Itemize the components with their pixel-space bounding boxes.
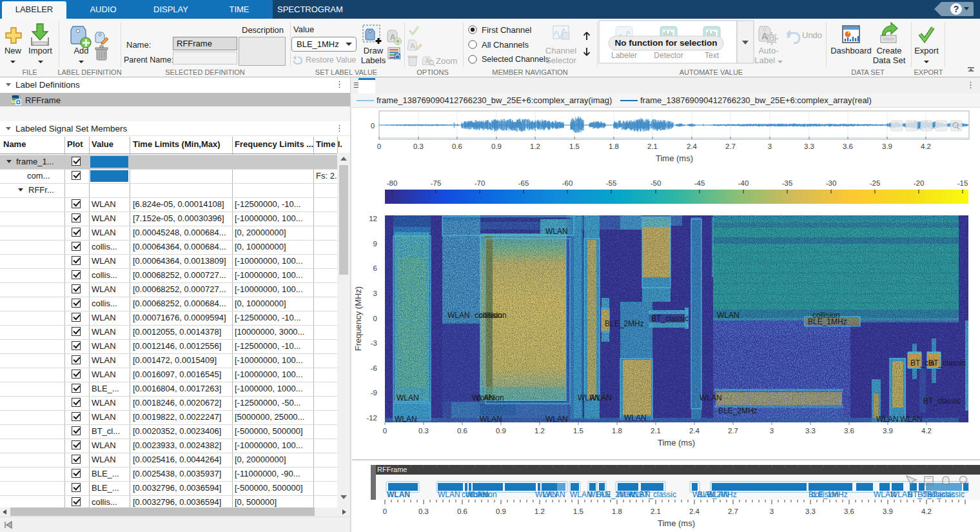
svg-text:2.4: 2.4 (689, 507, 700, 515)
svg-text:0.9: 0.9 (491, 143, 502, 150)
svg-text:2.7: 2.7 (728, 507, 738, 515)
svg-text:6: 6 (373, 264, 377, 272)
svg-text:0.3: 0.3 (413, 143, 424, 150)
svg-text:3.6: 3.6 (844, 507, 854, 515)
svg-text:1.8: 1.8 (612, 427, 622, 435)
svg-text:-6: -6 (371, 364, 377, 372)
svg-text:2.4: 2.4 (689, 427, 700, 435)
svg-text:0.9: 0.9 (496, 507, 506, 515)
svg-text:2.7: 2.7 (725, 143, 736, 150)
svg-text:0: 0 (377, 143, 381, 150)
svg-text:4.2: 4.2 (921, 507, 932, 515)
svg-text:collision: collision (476, 393, 504, 402)
svg-text:1.5: 1.5 (573, 427, 583, 435)
svg-text:WLAN: WLAN (387, 490, 410, 499)
svg-text:collision: collision (469, 490, 497, 499)
svg-text:-9: -9 (371, 389, 377, 397)
svg-text:-35: -35 (782, 179, 793, 187)
svg-text:1.8: 1.8 (612, 507, 622, 515)
svg-text:3.9: 3.9 (882, 143, 892, 150)
svg-text:0.6: 0.6 (457, 427, 467, 435)
svg-text:Time (ms): Time (ms) (658, 518, 695, 528)
svg-text:3.6: 3.6 (844, 427, 854, 435)
svg-text:1.5: 1.5 (569, 143, 580, 150)
svg-text:1.2: 1.2 (534, 507, 545, 515)
svg-text:9: 9 (373, 240, 377, 248)
svg-text:BLE_2MHz: BLE_2MHz (718, 406, 758, 415)
svg-text:BT_classic: BT_classic (651, 314, 689, 323)
svg-text:collision: collision (811, 490, 839, 499)
svg-text:0.9: 0.9 (496, 427, 506, 435)
svg-text:3.6: 3.6 (843, 143, 853, 150)
svg-text:BLE_2MHz: BLE_2MHz (605, 319, 644, 328)
svg-text:-45: -45 (694, 179, 705, 187)
svg-text:WLAN: WLAN (545, 227, 568, 236)
svg-text:3.3: 3.3 (805, 427, 816, 435)
svg-text:WLAN: WLAN (447, 311, 470, 320)
svg-text:-3: -3 (371, 339, 377, 347)
svg-text:2.4: 2.4 (687, 143, 698, 150)
svg-text:collision: collision (479, 311, 507, 320)
svg-text:BLE_1MHz: BLE_1MHz (808, 317, 847, 326)
svg-text:3.3: 3.3 (804, 143, 814, 150)
svg-text:WLAN: WLAN (700, 393, 722, 402)
svg-text:WLAN: WLAN (397, 393, 419, 402)
svg-text:Frequency (MHz): Frequency (MHz) (353, 286, 363, 351)
svg-text:-80: -80 (387, 179, 398, 187)
svg-text:0.3: 0.3 (418, 427, 429, 435)
svg-text:1.2: 1.2 (534, 427, 545, 435)
svg-text:-65: -65 (518, 179, 529, 187)
svg-text:1.5: 1.5 (573, 507, 583, 515)
svg-text:-75: -75 (431, 179, 442, 187)
svg-text:-30: -30 (826, 179, 837, 187)
svg-text:2.1: 2.1 (647, 143, 658, 150)
svg-text:WLAN: WLAN (438, 490, 460, 499)
svg-text:2.7: 2.7 (728, 427, 738, 435)
svg-text:BT_classic: BT_classic (927, 490, 965, 499)
svg-text:-50: -50 (651, 179, 662, 187)
svg-text:WLAN: WLAN (589, 393, 612, 402)
svg-text:3.3: 3.3 (805, 507, 816, 515)
svg-text:0.6: 0.6 (452, 143, 462, 150)
svg-text:-20: -20 (914, 179, 925, 187)
svg-text:WLAN: WLAN (395, 415, 417, 424)
svg-text:1.8: 1.8 (609, 143, 619, 150)
svg-text:3: 3 (770, 427, 774, 435)
svg-text:BT_classic: BT_classic (639, 490, 676, 499)
svg-text:BT_classic: BT_classic (923, 397, 961, 406)
svg-text:WLAN: WLAN (624, 413, 647, 422)
svg-text:0: 0 (371, 122, 375, 130)
svg-text:-12: -12 (366, 414, 377, 422)
svg-text:3: 3 (770, 507, 774, 515)
svg-text:RFFrame: RFFrame (377, 466, 407, 473)
svg-text:4.2: 4.2 (921, 427, 932, 435)
svg-text:4.2: 4.2 (921, 143, 931, 150)
svg-text:0.6: 0.6 (457, 507, 467, 515)
svg-text:BT_classic: BT_classic (928, 359, 966, 368)
svg-text:2.1: 2.1 (651, 507, 661, 515)
svg-text:WLAN: WLAN (543, 490, 565, 499)
svg-text:WLAN: WLAN (707, 490, 729, 499)
svg-text:-70: -70 (475, 179, 485, 187)
svg-text:3.9: 3.9 (883, 507, 893, 515)
svg-text:0.3: 0.3 (418, 507, 429, 515)
svg-text:-60: -60 (562, 179, 573, 187)
svg-text:WLAN: WLAN (545, 415, 568, 424)
svg-text:WLAN: WLAN (480, 415, 502, 424)
svg-text:0: 0 (383, 427, 387, 435)
svg-text:Time (ms): Time (ms) (656, 153, 693, 163)
svg-text:0: 0 (383, 507, 387, 515)
svg-text:12: 12 (369, 215, 377, 222)
svg-text:-55: -55 (606, 179, 617, 187)
svg-text:3: 3 (768, 143, 772, 150)
svg-text:2.1: 2.1 (651, 427, 661, 435)
svg-text:1.2: 1.2 (530, 143, 540, 150)
svg-text:3.9: 3.9 (883, 427, 893, 435)
svg-text:-25: -25 (870, 179, 881, 187)
svg-text:WLAN: WLAN (876, 415, 899, 424)
svg-text:Time (ms): Time (ms) (658, 438, 695, 448)
svg-text:-15: -15 (957, 179, 968, 187)
svg-text:0: 0 (373, 315, 377, 322)
svg-text:3: 3 (373, 290, 377, 297)
svg-text:WLAN: WLAN (717, 311, 740, 320)
